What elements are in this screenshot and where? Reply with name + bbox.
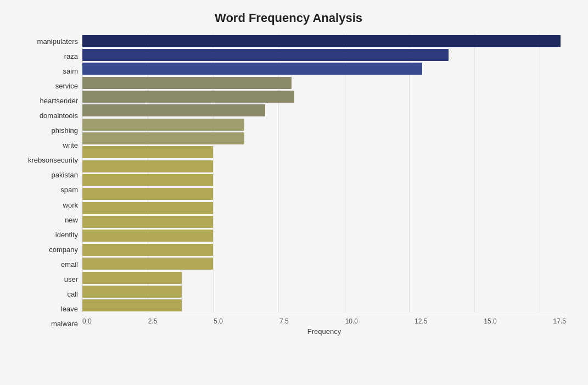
bar-malware xyxy=(82,299,182,311)
y-label-new: new xyxy=(11,213,78,227)
x-axis-labels: 0.02.55.07.510.012.515.017.5 xyxy=(82,317,566,325)
bar-heartsender xyxy=(82,91,294,103)
bar-row-email xyxy=(82,243,566,256)
bar-row-identity xyxy=(82,215,566,228)
bar-row-company xyxy=(82,229,566,243)
bar-row-phishing xyxy=(82,118,566,131)
y-label-service: service xyxy=(11,79,78,93)
bar-row-leave xyxy=(82,284,566,298)
y-label-saim: saim xyxy=(11,64,78,79)
x-tick-0: 0.0 xyxy=(82,317,92,325)
bar-email xyxy=(82,244,213,256)
y-labels: manipulatersrazasaimserviceheartsenderdo… xyxy=(11,34,82,331)
y-label-work: work xyxy=(11,198,78,213)
y-label-manipulaters: manipulaters xyxy=(11,34,78,49)
bar-new xyxy=(82,202,213,214)
chart-area: manipulatersrazasaimserviceheartsenderdo… xyxy=(11,34,566,331)
y-label-domaintools: domaintools xyxy=(11,108,78,123)
y-label-user: user xyxy=(11,272,78,287)
y-label-phishing: phishing xyxy=(11,123,78,138)
y-label-spam: spam xyxy=(11,182,78,197)
bar-row-malware xyxy=(82,299,566,313)
y-label-heartsender: heartsender xyxy=(11,93,78,108)
x-tick-1: 2.5 xyxy=(148,317,158,325)
bar-row-spam xyxy=(82,173,566,187)
bar-row-pakistan xyxy=(82,159,566,173)
x-tick-3: 7.5 xyxy=(279,317,289,325)
bar-krebsonsecurity xyxy=(82,146,213,158)
bar-raza xyxy=(82,49,449,61)
x-axis-title: Frequency xyxy=(82,327,566,336)
bar-user xyxy=(82,258,213,270)
y-label-email: email xyxy=(11,257,78,272)
y-label-leave: leave xyxy=(11,302,78,316)
y-label-company: company xyxy=(11,242,78,257)
y-label-identity: identity xyxy=(11,227,78,242)
bar-manipulaters xyxy=(82,35,561,47)
x-tick-6: 15.0 xyxy=(484,317,496,325)
bar-row-service xyxy=(82,76,566,90)
bar-saim xyxy=(82,63,422,75)
plot-area: 0.02.55.07.510.012.515.017.5 Frequency xyxy=(82,34,566,331)
bar-write xyxy=(82,132,244,144)
bar-row-raza xyxy=(82,48,566,62)
bar-row-user xyxy=(82,257,566,271)
x-tick-5: 12.5 xyxy=(415,317,427,325)
bar-row-heartsender xyxy=(82,90,566,103)
bar-row-domaintools xyxy=(82,104,566,118)
bar-domaintools xyxy=(82,104,265,116)
bar-phishing xyxy=(82,119,244,131)
bar-row-saim xyxy=(82,62,566,76)
bar-identity xyxy=(82,216,213,228)
x-axis-line xyxy=(82,315,566,315)
x-tick-2: 5.0 xyxy=(214,317,223,325)
bars-container xyxy=(82,34,566,313)
y-label-pakistan: pakistan xyxy=(11,168,78,182)
bar-work xyxy=(82,188,213,200)
x-tick-4: 10.0 xyxy=(345,317,358,325)
chart-title: Word Frequency Analysis xyxy=(11,11,566,25)
bar-row-call xyxy=(82,271,566,284)
bar-leave xyxy=(82,286,182,298)
bar-call xyxy=(82,272,182,284)
y-label-malware: malware xyxy=(11,316,78,331)
bar-row-manipulaters xyxy=(82,34,566,48)
bar-row-work xyxy=(82,187,566,201)
bar-pakistan xyxy=(82,160,213,172)
bar-row-new xyxy=(82,201,566,215)
chart-container: Word Frequency Analysis manipulatersraza… xyxy=(0,0,588,385)
bar-spam xyxy=(82,174,213,186)
x-axis: 0.02.55.07.510.012.515.017.5 Frequency xyxy=(82,315,566,331)
bar-service xyxy=(82,77,292,89)
y-label-raza: raza xyxy=(11,49,78,64)
bar-row-krebsonsecurity xyxy=(82,146,566,159)
y-label-write: write xyxy=(11,138,78,153)
x-tick-7: 17.5 xyxy=(553,317,566,325)
y-label-call: call xyxy=(11,287,78,302)
bar-company xyxy=(82,230,213,242)
y-label-krebsonsecurity: krebsonsecurity xyxy=(11,153,78,168)
bars-rows xyxy=(82,34,566,313)
bar-row-write xyxy=(82,131,566,145)
